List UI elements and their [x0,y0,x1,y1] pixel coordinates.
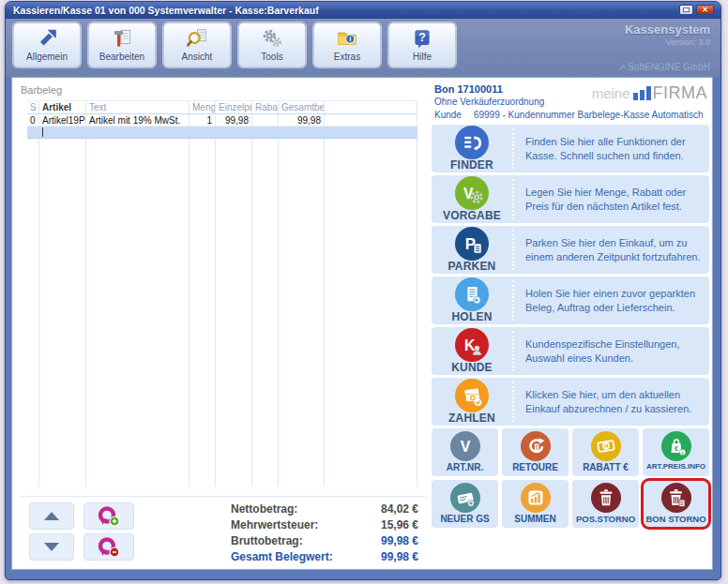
company-link[interactable]: ↗SoftENGINE GmbH [618,62,710,73]
svg-text:€: € [675,445,678,452]
restore-button[interactable] [679,5,693,15]
external-link-icon: ↗ [618,62,626,72]
product-name: Kassensystem [618,23,710,37]
cell-artikel: Artikel19Prozen [39,114,86,126]
customer-line: Kunde69999 - Kundennummer Barbelege-Kass… [434,110,709,120]
col-header-menge: Menge [190,101,216,113]
action-label: ZAHLEN [448,412,495,425]
remove-position-button[interactable] [83,533,134,561]
toolbar: Allgemein Bearbeiten Ansicht [6,19,720,77]
button-summen[interactable]: SUMMEN [502,480,569,528]
customer-value: 69999 - Kundennummer Barbelege-Kasse Aut… [474,110,704,120]
close-button[interactable]: ✕ [696,5,714,15]
action-kunde[interactable]: K KUNDE Kundenspezifische Einstellungen,… [432,327,709,375]
add-comment-icon [97,505,121,528]
toolbar-button-label: Allgemein [26,52,68,62]
quick-button-grid: V ART.NR. RET [432,428,709,528]
restore-icon [683,7,690,12]
action-label: VORGABE [443,209,501,222]
product-version: Version: 3.0 [618,37,710,47]
button-art-nr[interactable]: V ART.NR. [432,428,498,476]
toolbar-button-label: Hilfe [413,52,432,62]
vorgabe-gear-icon: V [455,176,489,210]
grid-label: POS.STORNO [576,514,635,524]
toolbar-button-label: Extras [334,52,360,62]
action-zahlen[interactable]: ZAHLEN Klicken Sie hier, um den aktuelle… [432,378,709,426]
kunde-person-icon: K [455,328,489,362]
content-area: Barbeleg S Artikel Text Menge Einzelprei… [11,77,713,570]
toolbar-button-tools[interactable]: Tools [238,22,306,67]
action-panel: Bon 17100011 Ohne Verkäuferzuordnung Kun… [430,78,712,569]
total-mwst: Mehrwertsteuer: 15,96 € [231,517,418,532]
title-bar[interactable]: Kassieren/Kasse 01 von 000 Systemverwalt… [6,2,720,19]
action-label: PARKEN [448,260,496,273]
row-up-button[interactable] [29,502,74,530]
question-mark-icon: ? [410,26,434,51]
action-description: Legen Sie hier Menge, Rabatt oder Preis … [514,186,709,214]
empty-col [252,139,279,487]
action-vorgabe[interactable]: V VORGABE Legen Sie hier Menge, Rabatt o… [432,175,709,223]
action-label: HOLEN [452,310,493,323]
cell-s: 0 [27,114,39,126]
remove-comment-icon [97,536,121,559]
toolbar-button-hilfe[interactable]: ? Hilfe [388,22,456,67]
empty-col [27,139,39,487]
button-retoure[interactable]: RETOURE [502,428,569,476]
customer-label: Kunde [434,110,462,120]
pos-storno-trash-icon [591,483,621,513]
grid-label: ART.PREIS.INFO [646,462,705,471]
toolbar-button-label: Ansicht [182,52,213,62]
button-bon-storno[interactable]: BON STORNO [643,480,709,528]
total-value: 15,96 € [381,518,418,532]
table-row[interactable]: 0 Artikel19Prozen Artikel mit 19% MwSt. … [27,114,417,127]
arrow-up-icon [44,512,59,520]
empty-col [86,139,190,487]
toolbar-button-bearbeiten[interactable]: Bearbeiten [88,22,156,67]
total-label: Gesamt Belegwert: [231,550,333,563]
add-position-button[interactable] [83,502,134,530]
row-down-button[interactable] [29,533,74,561]
svg-text:€: € [604,442,608,449]
table-empty-area[interactable] [27,139,417,487]
empty-col [279,139,325,487]
position-table: S Artikel Text Menge Einzelpreis Rabatt … [27,100,417,487]
arrow-down-icon [44,543,59,551]
price-info-bag-icon: € i [661,431,691,461]
toolbar-button-allgemein[interactable]: Allgemein [13,22,81,67]
button-rabatt[interactable]: € RABATT € [572,428,639,476]
table-row-selected[interactable] [27,127,417,139]
button-art-preis-info[interactable]: € i ART.PREIS.INFO [643,428,709,476]
empty-col [39,139,86,487]
parken-p-icon: P [455,227,489,261]
bon-storno-trash-icon [661,483,691,513]
grid-label: BON STORNO [645,514,705,524]
button-pos-storno[interactable]: POS.STORNO [572,480,639,528]
bottom-controls: Nettobetrag: 84,02 € Mehrwertsteuer: 15,… [21,496,426,563]
empty-col [190,139,216,487]
col-header-gesamtbetrag: Gesamtbetrag [279,101,325,113]
button-neuer-gs[interactable]: NEUER GS [432,480,498,528]
cell-menge: 1 [190,114,216,126]
cell-text: Artikel mit 19% MwSt. [86,114,190,126]
svg-text:P: P [464,235,475,253]
holen-receipt-icon [455,277,489,311]
company-logo: meine FIRMA [592,85,707,100]
table-header-row: S Artikel Text Menge Einzelpreis Rabatt … [27,100,417,114]
action-finder[interactable]: FINDER Finden Sie hier alle Funktionen d… [432,125,709,172]
toolbar-button-ansicht[interactable]: Ansicht [163,22,231,67]
action-parken[interactable]: P PARKEN Parken Sie hier den Einkauf, um… [432,226,709,274]
bon-header: Bon 17100011 Ohne Verkäuferzuordnung Kun… [434,83,709,125]
logo-text-prefix: meine [592,86,630,100]
action-description: Kundenspezifische Einstellungen, Auswahl… [514,337,709,366]
col-header-s: S [27,101,39,113]
action-label: KUNDE [451,361,493,374]
col-header-filler [325,101,417,113]
logo-text-suffix: FIRMA [653,85,708,100]
grid-label: NEUER GS [440,514,489,524]
hammer-document-icon [110,26,134,51]
toolbar-button-extras[interactable]: i Extras [313,22,381,67]
total-value: 84,02 € [381,502,418,516]
action-holen[interactable]: HOLEN Holen Sie hier einen zuvor geparkt… [432,277,709,324]
grid-label: RETOURE [512,462,558,472]
svg-text:V: V [460,439,470,455]
